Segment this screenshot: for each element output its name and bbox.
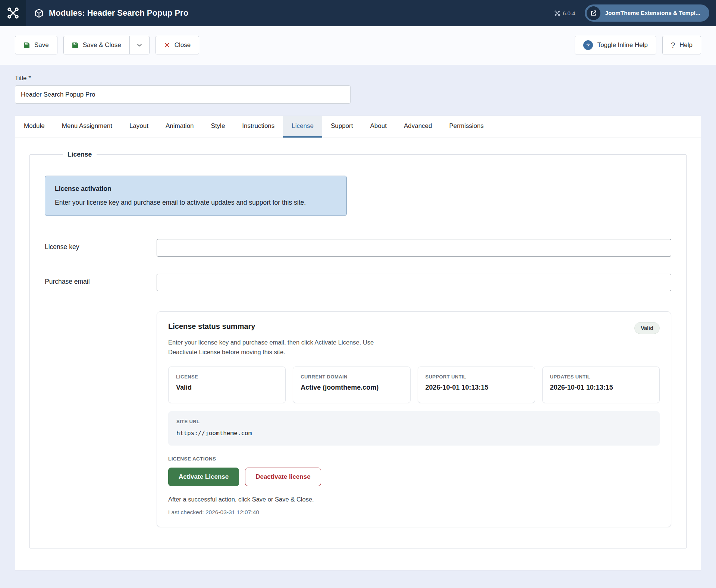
joomtheme-extensions-label: JoomTheme Extensions & Templ...	[605, 10, 700, 16]
version-text: 6.0.4	[563, 10, 575, 16]
page-title-text: Modules: Header Search Popup Pro	[49, 8, 188, 18]
help-circle-icon: ?	[583, 40, 593, 50]
module-cube-icon	[34, 9, 44, 18]
summary-description: Enter your license key and purchase emai…	[168, 338, 388, 357]
toolbar-right: ? Toggle Inline Help ? Help	[575, 36, 701, 54]
alert-body: Enter your license key and purchase emai…	[55, 199, 337, 207]
license-key-row: License key	[45, 239, 671, 257]
last-checked-text: Last checked: 2026-03-31 12:07:40	[168, 509, 660, 516]
joomla-version: 6.0.4	[555, 10, 575, 16]
toggle-inline-help-button[interactable]: ? Toggle Inline Help	[575, 36, 656, 54]
purchase-email-row: Purchase email	[45, 274, 671, 291]
stat-label: UPDATES UNTIL	[550, 374, 652, 380]
site-url-label: SITE URL	[176, 419, 651, 424]
tab-layout[interactable]: Layout	[121, 116, 157, 138]
save-floppy-icon	[72, 42, 78, 48]
stat-support-until: SUPPORT UNTIL 2026-10-01 10:13:15	[418, 367, 535, 403]
tab-animation[interactable]: Animation	[157, 116, 202, 138]
license-activation-alert: License activation Enter your license ke…	[45, 176, 347, 216]
close-button[interactable]: Close	[156, 36, 199, 54]
module-edit-card: Module Menu Assignment Layout Animation …	[15, 116, 701, 570]
close-label: Close	[175, 41, 191, 49]
question-mark-icon: ?	[671, 41, 675, 50]
stat-grid: LICENSE Valid CURRENT DOMAIN Active (joo…	[168, 367, 660, 403]
joomla-logo[interactable]	[0, 0, 26, 26]
deactivate-license-button[interactable]: Deactivate license	[245, 468, 321, 486]
close-x-icon	[164, 42, 170, 48]
tab-advanced[interactable]: Advanced	[395, 116, 441, 138]
save-floppy-icon	[23, 42, 30, 48]
stat-updates-until: UPDATES UNTIL 2026-10-01 10:13:15	[542, 367, 660, 403]
after-action-note: After a successful action, click Save or…	[168, 496, 660, 503]
save-close-label: Save & Close	[83, 41, 121, 49]
page-title: Modules: Header Search Popup Pro	[34, 8, 188, 18]
title-label: Title *	[15, 75, 701, 82]
site-url-value: https://joomtheme.com	[176, 430, 651, 437]
save-button[interactable]: Save	[15, 36, 57, 54]
joomtheme-extensions-button[interactable]: JoomTheme Extensions & Templ...	[585, 4, 709, 22]
purchase-email-input[interactable]	[157, 274, 671, 291]
license-legend: License	[63, 151, 97, 158]
tab-instructions[interactable]: Instructions	[233, 116, 283, 138]
stat-value: 2026-10-01 10:13:15	[425, 384, 527, 392]
tab-license[interactable]: License	[283, 116, 322, 138]
tab-support[interactable]: Support	[322, 116, 362, 138]
license-fieldset: License License activation Enter your li…	[29, 151, 687, 548]
help-label: Help	[679, 41, 693, 49]
stat-value: Active (joomtheme.com)	[301, 384, 402, 392]
toggle-inline-help-label: Toggle Inline Help	[597, 41, 648, 49]
site-url-box: SITE URL https://joomtheme.com	[168, 411, 660, 446]
summary-title: License status summary	[168, 322, 255, 331]
external-link-icon	[587, 6, 600, 20]
stat-label: CURRENT DOMAIN	[301, 374, 402, 380]
tab-permissions[interactable]: Permissions	[441, 116, 493, 138]
stat-current-domain: CURRENT DOMAIN Active (joomtheme.com)	[293, 367, 410, 403]
license-key-input[interactable]	[157, 239, 671, 257]
title-input[interactable]	[15, 85, 351, 104]
license-actions-label: LICENSE ACTIONS	[168, 456, 660, 462]
help-button[interactable]: ? Help	[662, 36, 701, 54]
admin-top-bar: Modules: Header Search Popup Pro 6.0.4 J…	[0, 0, 716, 26]
save-close-button[interactable]: Save & Close	[64, 36, 129, 54]
chevron-down-icon	[136, 42, 142, 48]
license-actions-row: Activate License Deactivate license	[168, 468, 660, 486]
status-badge: Valid	[634, 322, 660, 334]
tab-bar: Module Menu Assignment Layout Animation …	[15, 116, 701, 138]
appbar-right: 6.0.4 JoomTheme Extensions & Templ...	[555, 4, 716, 22]
save-options-dropdown-toggle[interactable]	[129, 36, 149, 54]
stat-license: LICENSE Valid	[168, 367, 286, 403]
title-field-group: Title *	[0, 65, 716, 104]
tab-menu-assignment[interactable]: Menu Assignment	[53, 116, 121, 138]
tab-style[interactable]: Style	[202, 116, 234, 138]
license-status-summary-card: License status summary Valid Enter your …	[157, 311, 671, 527]
save-close-split-button: Save & Close	[63, 36, 150, 54]
activate-license-button[interactable]: Activate License	[168, 468, 239, 486]
toolbar: Save Save & Close Close ? Toggle Inline …	[0, 26, 716, 65]
stat-value: 2026-10-01 10:13:15	[550, 384, 652, 392]
purchase-email-label: Purchase email	[45, 274, 157, 286]
license-key-label: License key	[45, 239, 157, 251]
stat-value: Valid	[176, 384, 278, 392]
summary-header: License status summary Valid	[168, 322, 660, 334]
stat-label: SUPPORT UNTIL	[425, 374, 527, 380]
tab-module[interactable]: Module	[15, 116, 53, 138]
tab-about[interactable]: About	[361, 116, 395, 138]
save-label: Save	[34, 41, 49, 49]
stat-label: LICENSE	[176, 374, 278, 380]
joomla-logo-icon	[7, 7, 19, 19]
joomla-version-icon	[555, 10, 560, 16]
alert-title: License activation	[55, 185, 337, 193]
